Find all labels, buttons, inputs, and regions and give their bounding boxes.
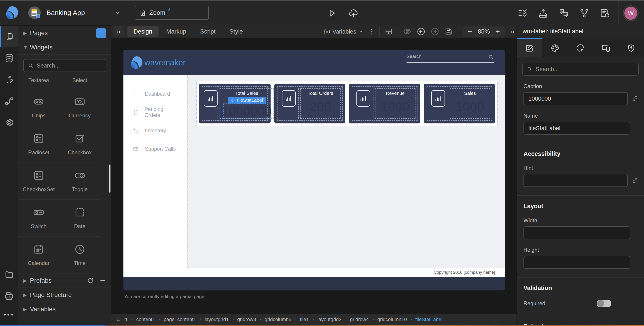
- widget-item-checkbox[interactable]: Checkbox: [59, 126, 100, 162]
- refresh-icon[interactable]: [87, 277, 94, 284]
- panel-scrollbar-thumb[interactable]: [109, 164, 110, 192]
- widget-item-date[interactable]: Date: [59, 200, 100, 236]
- selected-widget-chip[interactable]: tileStatLabel: [228, 97, 266, 104]
- variables-dropdown[interactable]: (x) Variables: [324, 28, 363, 35]
- user-avatar[interactable]: W: [624, 7, 637, 20]
- editor-tab-script[interactable]: Script: [194, 26, 222, 37]
- breadcrumb-back-icon[interactable]: ←: [116, 316, 122, 323]
- name-input[interactable]: [524, 122, 630, 134]
- rail-item-logs[interactable]: LOG: [0, 285, 18, 307]
- add-prefab-icon[interactable]: [100, 277, 106, 284]
- preview-nav-inventory[interactable]: Inventory: [124, 122, 188, 140]
- undo-icon[interactable]: [416, 27, 426, 36]
- widget-search-input[interactable]: Search...: [23, 59, 106, 72]
- breadcrumb-item-layoutgrid2[interactable]: layoutgrid2: [317, 316, 342, 322]
- breadcrumb-item-tile1[interactable]: tile1: [300, 316, 309, 322]
- collapse-left-panel-button[interactable]: «: [113, 26, 124, 37]
- hint-input[interactable]: [524, 174, 628, 187]
- breadcrumb-item-page_content1[interactable]: page_content1: [164, 316, 196, 322]
- tile-value[interactable]: 1000000: [223, 104, 270, 119]
- project-icon[interactable]: [28, 6, 41, 19]
- expand-right-panel-button[interactable]: »: [510, 28, 514, 35]
- bind-property-link-icon[interactable]: [631, 177, 639, 184]
- rail-more-icon[interactable]: •••: [0, 307, 18, 325]
- breadcrumb-item-gridrow4[interactable]: gridrow4: [350, 316, 369, 322]
- page-selector[interactable]: Zoom *: [134, 6, 209, 20]
- stat-tile-total-orders[interactable]: Total Orders 200: [274, 84, 345, 124]
- widget-item-calendar[interactable]: Calendar: [18, 236, 59, 273]
- inspector-search-block: Search...: [522, 62, 639, 76]
- project-chevron-down-icon[interactable]: [114, 10, 121, 16]
- bind-property-link-icon[interactable]: [631, 95, 639, 102]
- tab-styles[interactable]: [542, 38, 568, 57]
- export-project-icon[interactable]: [538, 8, 548, 18]
- inspector-search-input[interactable]: Search...: [522, 62, 639, 76]
- widgets-section-header[interactable]: ▼ Widgets: [18, 40, 111, 54]
- tab-properties[interactable]: [517, 38, 542, 57]
- tab-events[interactable]: [568, 38, 593, 57]
- widget-item-checkboxset[interactable]: CheckboxSet: [18, 163, 59, 200]
- width-label: Width: [524, 217, 637, 224]
- rail-item-pages[interactable]: [0, 26, 18, 48]
- widget-item-toggle[interactable]: Toggle: [59, 163, 100, 200]
- caption-input[interactable]: [524, 92, 628, 105]
- required-toggle[interactable]: [596, 300, 611, 307]
- layout-grid-icon[interactable]: [384, 28, 393, 36]
- checklist-icon[interactable]: [518, 8, 528, 18]
- preview-nav-dashboard[interactable]: Dashboard: [124, 85, 188, 103]
- design-canvas[interactable]: wavemaker Search DashboardPending Orders…: [111, 38, 516, 314]
- prefabs-section-header[interactable]: ▶ Prefabs: [18, 274, 111, 288]
- tile-value: 200: [304, 96, 338, 117]
- rail-item-java-services[interactable]: [0, 69, 18, 90]
- redo-icon[interactable]: [430, 27, 440, 36]
- width-input[interactable]: [524, 226, 630, 239]
- height-input[interactable]: [524, 256, 630, 269]
- section-divider: [517, 277, 644, 278]
- localization-icon[interactable]: A文: [558, 8, 569, 18]
- more-options-icon[interactable]: ⋮: [368, 28, 374, 35]
- save-icon[interactable]: [444, 27, 453, 36]
- tab-devices[interactable]: [593, 38, 618, 57]
- add-page-button[interactable]: [96, 28, 106, 38]
- editor-tab-design[interactable]: Design: [127, 26, 158, 37]
- zoom-in-button[interactable]: +: [496, 28, 500, 36]
- widget-item-radioset[interactable]: Radioset: [18, 126, 59, 162]
- breadcrumb-item-tileStatLabel[interactable]: tileStatLabel: [416, 316, 442, 322]
- rail-item-files[interactable]: [0, 264, 18, 285]
- file-sync-icon[interactable]: [600, 8, 610, 18]
- stat-tile-revenue[interactable]: Revenue 1000: [349, 84, 420, 124]
- rail-item-apis[interactable]: [0, 90, 18, 112]
- responsive-devices-icon: [601, 43, 611, 53]
- breadcrumb-item-gridrow3[interactable]: gridrow3: [237, 316, 256, 322]
- breadcrumb-item-gridcolumn10[interactable]: gridcolumn10: [377, 316, 407, 322]
- preview-nav-pending-orders[interactable]: Pending Orders: [124, 103, 188, 122]
- zoom-out-button[interactable]: −: [468, 28, 472, 36]
- preview-search[interactable]: Search: [406, 54, 494, 62]
- widget-item-chips[interactable]: Chips: [18, 89, 59, 126]
- breadcrumb-item-1[interactable]: 1: [125, 316, 128, 322]
- wavemaker-logo-icon[interactable]: [4, 6, 19, 20]
- breadcrumb-item-content1[interactable]: content1: [136, 316, 155, 322]
- breadcrumb-item-gridcolumn5[interactable]: gridcolumn5: [264, 316, 291, 322]
- stat-tile-total-sales[interactable]: Total Sales tileStatLabel 1000000: [199, 84, 270, 124]
- widget-item-select[interactable]: Select: [59, 77, 100, 89]
- breadcrumb-item-layoutgrid1[interactable]: layoutgrid1: [204, 316, 229, 322]
- deploy-cloud-upload-icon[interactable]: [348, 8, 359, 18]
- widget-item-switch[interactable]: Switch: [18, 200, 59, 236]
- widget-item-textarea[interactable]: Textarea: [18, 77, 59, 89]
- page-structure-section-header[interactable]: ▶ Page Structure: [18, 288, 111, 302]
- widget-item-time[interactable]: Time: [59, 236, 100, 273]
- run-preview-icon[interactable]: [327, 8, 336, 18]
- version-control-icon[interactable]: [580, 8, 589, 18]
- stat-tile-sales[interactable]: Sales 1000: [424, 84, 495, 124]
- tab-security[interactable]: [618, 38, 644, 57]
- editor-tab-markup[interactable]: Markup: [160, 26, 192, 37]
- hide-markup-eye-off-icon[interactable]: [403, 27, 412, 36]
- preview-nav-support-calls[interactable]: Support Calls: [124, 140, 188, 158]
- variables-section-header[interactable]: ▶ Variables: [18, 302, 111, 316]
- rail-item-database[interactable]: [0, 48, 18, 69]
- rail-item-settings[interactable]: [0, 112, 18, 133]
- pages-section-header[interactable]: ▶ Pages: [18, 26, 111, 40]
- widget-item-currency[interactable]: Currency: [59, 89, 100, 126]
- editor-tab-style[interactable]: Style: [223, 26, 249, 37]
